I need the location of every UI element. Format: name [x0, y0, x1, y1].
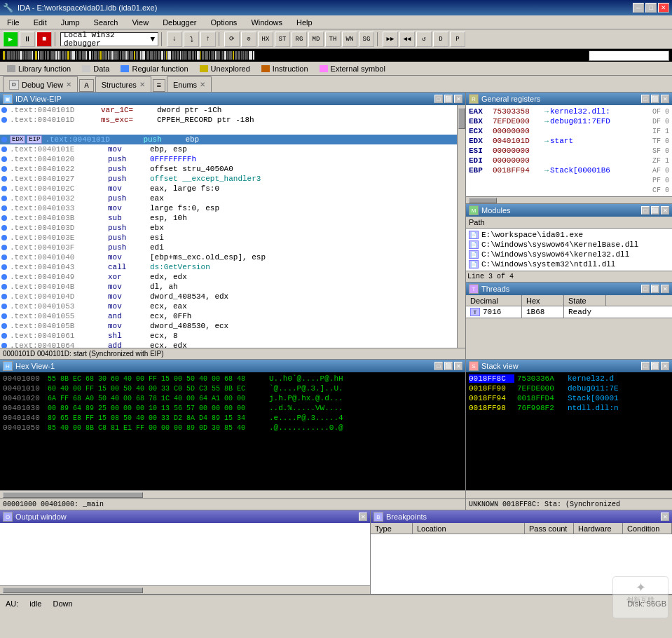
- output-scrollbar-thumb[interactable]: [3, 588, 143, 593]
- code-dot: [1, 235, 7, 240]
- hex-view-button[interactable]: HX: [258, 32, 273, 47]
- mod-restore[interactable]: □: [641, 206, 650, 215]
- stack-hscrollbar[interactable]: [466, 490, 672, 498]
- registers-panel: R General registers □ ⬜ ✕ EAX 75303358 →…: [466, 93, 672, 204]
- run-button[interactable]: ▶: [3, 32, 18, 47]
- thr-restore[interactable]: □: [641, 285, 650, 293]
- stack-content: 0018FF8C 7530336A kernel32.d 0018FF90 7E…: [466, 372, 672, 490]
- menu-debugger[interactable]: Debugger: [158, 17, 200, 28]
- extra-btn-2[interactable]: ◀◀: [399, 32, 415, 47]
- tab-debug-view-close[interactable]: ✕: [66, 81, 71, 88]
- debugger-dropdown[interactable]: Local Win32 debugger ▼: [60, 32, 158, 46]
- reg-restore[interactable]: □: [641, 95, 650, 103]
- extra-btn-3[interactable]: ↺: [416, 32, 432, 47]
- ida-view-close[interactable]: ✕: [454, 95, 462, 103]
- code-vscrollbar-thumb[interactable]: [458, 108, 465, 129]
- stack-controls[interactable]: □ ⬜ ✕: [641, 362, 669, 370]
- window-controls[interactable]: ─ □ ✕: [633, 3, 669, 13]
- reg-hscrollbar-thumb[interactable]: [469, 198, 497, 203]
- stack-close[interactable]: ✕: [661, 362, 669, 370]
- menu-edit[interactable]: Edit: [29, 17, 51, 28]
- stack-max[interactable]: ⬜: [651, 362, 659, 370]
- stack-button[interactable]: ST: [275, 32, 290, 47]
- extra-btn-5[interactable]: P: [450, 32, 465, 47]
- menu-windows[interactable]: Windows: [247, 17, 287, 28]
- reg-hscrollbar[interactable]: [466, 196, 672, 203]
- reg-close[interactable]: ✕: [661, 95, 669, 103]
- tab-enums[interactable]: Enums ✕: [167, 76, 212, 92]
- win-button[interactable]: WN: [342, 32, 357, 47]
- nav-stripe: [45, 51, 46, 60]
- step-out-button[interactable]: ↑: [200, 32, 216, 47]
- seg-button[interactable]: SG: [359, 32, 374, 47]
- modules-button[interactable]: MD: [308, 32, 324, 47]
- hex-addr: 00401040: [3, 414, 43, 422]
- ida-view-max[interactable]: ⬜: [444, 95, 453, 103]
- code-line: .text:0040103F push edi: [0, 243, 457, 252]
- stop-button[interactable]: ■: [36, 32, 52, 47]
- regs-button[interactable]: RG: [292, 32, 307, 47]
- ida-view-restore[interactable]: □: [434, 95, 443, 103]
- nav-stripe: [156, 51, 157, 60]
- reg-max[interactable]: ⬜: [651, 95, 659, 103]
- hex-max[interactable]: ⬜: [444, 362, 453, 370]
- hex-controls[interactable]: □ ⬜ ✕: [434, 362, 462, 370]
- mod-max[interactable]: ⬜: [651, 206, 659, 215]
- code-line: .text:00401064 add ecx, edx: [0, 341, 457, 348]
- pause-button[interactable]: ⏸: [20, 32, 35, 47]
- minimize-button[interactable]: ─: [633, 3, 644, 13]
- bottom-section: H Hex View-1 □ ⬜ ✕ 00401000 55 8B EC 68 …: [0, 359, 672, 510]
- nav-stripe: [55, 51, 57, 60]
- menu-view[interactable]: View: [128, 17, 153, 28]
- threads-button[interactable]: TH: [325, 32, 341, 47]
- menu-jump[interactable]: Jump: [57, 17, 84, 28]
- mod-close[interactable]: ✕: [661, 206, 669, 215]
- tab-structures[interactable]: Structures ✕: [95, 76, 151, 92]
- tab-structures-close[interactable]: ✕: [139, 81, 145, 88]
- bp-close[interactable]: ✕: [661, 513, 669, 521]
- maximize-button[interactable]: □: [645, 3, 657, 13]
- tab-enums-close[interactable]: ✕: [200, 81, 205, 88]
- reg-val: 75303358: [493, 107, 543, 116]
- stack-restore[interactable]: □: [641, 362, 650, 370]
- output-close[interactable]: ✕: [359, 513, 367, 521]
- legend-label-regular: Regular function: [132, 65, 188, 73]
- tab-a-button[interactable]: A: [79, 79, 94, 92]
- output-hscrollbar[interactable]: [0, 585, 370, 594]
- menu-search[interactable]: Search: [90, 17, 123, 28]
- thr-max[interactable]: ⬜: [651, 285, 659, 293]
- hex-hscrollbar-thumb[interactable]: [3, 492, 143, 498]
- ida-view-controls[interactable]: □ ⬜ ✕: [434, 95, 462, 103]
- nav-stripe: [94, 51, 97, 60]
- breakpoint-button[interactable]: ⊙: [241, 32, 256, 47]
- hex-close[interactable]: ✕: [454, 362, 462, 370]
- modules-controls[interactable]: □ ⬜ ✕: [641, 206, 669, 215]
- menu-file[interactable]: File: [3, 17, 24, 28]
- window-title-area: 🔧 IDA - E:\workspace\ida01.idb (ida01.ex…: [3, 3, 157, 13]
- menu-options[interactable]: Options: [206, 17, 241, 28]
- hex-restore[interactable]: □: [434, 362, 443, 370]
- nav-search-input[interactable]: [589, 50, 669, 61]
- tab-debug-view[interactable]: D Debug View ✕: [3, 76, 78, 92]
- tab-list-icon[interactable]: ≡: [153, 79, 165, 92]
- extra-btn-4[interactable]: D: [433, 32, 448, 47]
- nav-stripe: [82, 51, 85, 60]
- step-over-button[interactable]: ⤵: [184, 32, 199, 47]
- legend-color-unexplored: [200, 65, 208, 72]
- step-into-button[interactable]: ↓: [167, 32, 182, 47]
- threads-controls[interactable]: □ ⬜ ✕: [641, 285, 669, 293]
- refresh-button[interactable]: ⟳: [224, 32, 240, 47]
- code-vscrollbar[interactable]: [457, 105, 465, 348]
- menu-help[interactable]: Help: [292, 17, 317, 28]
- extra-btn-1[interactable]: ▶▶: [383, 32, 398, 47]
- hex-hscrollbar[interactable]: [0, 490, 465, 498]
- nav-stripe: [67, 51, 69, 60]
- bp-col-hardware: Hardware: [574, 523, 623, 534]
- thr-close[interactable]: ✕: [661, 285, 669, 293]
- bp-cols: Type Location Pass count Hardware Condit…: [371, 523, 672, 534]
- tab-strip: D Debug View ✕ A Structures ✕ ≡ Enums ✕: [0, 76, 672, 93]
- nav-stripe: [34, 51, 34, 60]
- registers-controls[interactable]: □ ⬜ ✕: [641, 95, 669, 103]
- close-button[interactable]: ✕: [658, 3, 669, 13]
- hex-addr: 00401010: [3, 384, 43, 393]
